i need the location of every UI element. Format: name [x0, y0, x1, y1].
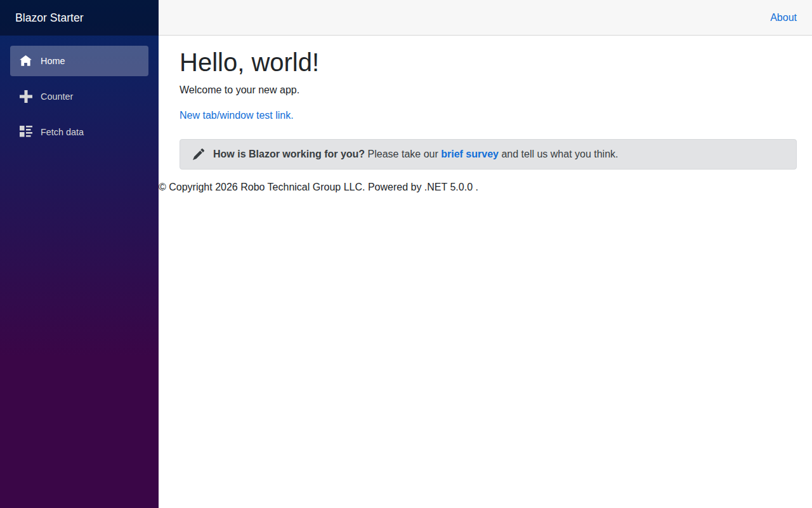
new-tab-test-link[interactable]: New tab/window test link. — [180, 110, 294, 121]
sidebar-item-home[interactable]: Home — [10, 46, 148, 76]
nav-item: Counter — [0, 81, 159, 117]
sidebar-item-label: Fetch data — [41, 127, 84, 137]
survey-alert: How is Blazor working for you? Please ta… — [180, 139, 797, 170]
list-rich-icon — [20, 126, 41, 138]
sidebar-item-counter[interactable]: Counter — [10, 81, 148, 112]
about-link[interactable]: About — [770, 12, 797, 23]
survey-question: How is Blazor working for you? — [213, 149, 365, 159]
survey-text: How is Blazor working for you? Please ta… — [213, 147, 619, 162]
brand-row: Blazor Starter — [0, 0, 159, 36]
footer: © Copyright 2026 Robo Technical Group LL… — [159, 180, 812, 195]
page-title: Hello, world! — [180, 47, 797, 77]
survey-text-after-link: and tell us what you think. — [501, 149, 618, 159]
app-title: Blazor Starter — [15, 11, 84, 25]
sidebar-item-fetch-data[interactable]: Fetch data — [10, 117, 148, 147]
sidebar: Blazor Starter Home Counter — [0, 0, 159, 508]
test-link-row: New tab/window test link. — [180, 108, 797, 123]
brief-survey-link[interactable]: brief survey — [441, 149, 499, 159]
top-bar: About — [159, 0, 812, 36]
pencil-icon — [193, 149, 204, 160]
app-root: Blazor Starter Home Counter — [0, 0, 812, 508]
copyright-text: © Copyright 2026 Robo Technical Group LL… — [159, 182, 478, 192]
sidebar-item-label: Home — [41, 56, 65, 66]
welcome-text: Welcome to your new app. — [180, 83, 797, 98]
nav-menu: Home Counter Fetch data — [0, 36, 159, 152]
survey-text-before-link: Please take our — [368, 149, 438, 159]
sidebar-item-label: Counter — [41, 91, 73, 102]
main-area: About Hello, world! Welcome to your new … — [159, 0, 812, 508]
content: Hello, world! Welcome to your new app. N… — [159, 36, 812, 170]
plus-icon — [20, 90, 41, 103]
nav-item: Home — [0, 46, 159, 81]
nav-item: Fetch data — [0, 117, 159, 152]
home-icon — [20, 55, 41, 67]
